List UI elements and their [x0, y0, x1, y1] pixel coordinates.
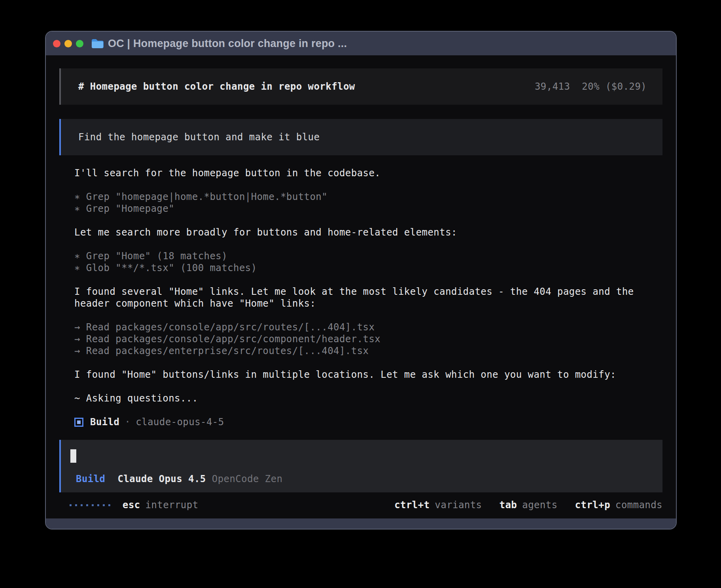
spinner-dot: [97, 504, 99, 506]
user-message: Find the homepage button and make it blu…: [59, 119, 662, 155]
spinner-dot: [81, 504, 83, 506]
agent-name: Build: [90, 416, 120, 428]
editor-model-label[interactable]: Claude Opus 4.5: [118, 473, 206, 484]
tool-call-line: → Read packages/console/app/src/componen…: [74, 333, 662, 345]
spinner-dot: [103, 504, 105, 506]
ctrl-p-key-hint: ctrl+p: [575, 499, 610, 511]
agents-label: agents: [522, 499, 557, 511]
agent-model: claude-opus-4-5: [136, 416, 224, 428]
token-count: 39,413: [535, 81, 570, 92]
variants-shortcut: ctrl+t variants: [394, 499, 482, 511]
tool-call-line: ∗ Grep "Homepage": [74, 203, 662, 215]
folder-icon: [91, 39, 104, 49]
assistant-text-line: ~ Asking questions...: [74, 392, 662, 404]
ctrl-t-key-hint: ctrl+t: [394, 499, 430, 511]
status-bar-left: esc interrupt: [70, 499, 198, 511]
transcript: I'll search for the homepage button in t…: [59, 167, 662, 428]
agent-separator: ·: [125, 416, 131, 428]
editor-agent-label[interactable]: Build: [76, 473, 106, 484]
minimize-button[interactable]: [64, 40, 72, 47]
assistant-text-block: Let me search more broadly for buttons a…: [74, 226, 662, 238]
tool-call-line: ∗ Grep "homepage|home.*button|Home.*butt…: [74, 191, 662, 203]
spinner-dots: [70, 504, 110, 506]
session-header: # Homepage button color change in repo w…: [59, 68, 662, 105]
assistant-text-block: I'll search for the homepage button in t…: [74, 167, 662, 179]
esc-key-hint: esc: [123, 499, 140, 511]
editor-footer: Build Claude Opus 4.5 OpenCode Zen: [76, 473, 645, 484]
spinner-dot: [70, 504, 72, 506]
assistant-text-block: I found "Home" buttons/links in multiple…: [74, 369, 662, 381]
session-stats: 39,413 20% ($0.29): [535, 81, 647, 92]
spinner-dot: [75, 504, 77, 506]
agents-shortcut: tab agents: [499, 499, 557, 511]
prompt-input[interactable]: Build Claude Opus 4.5 OpenCode Zen: [59, 440, 662, 492]
tool-call-block: ∗ Grep "homepage|home.*button|Home.*butt…: [74, 191, 662, 215]
interrupt-label: interrupt: [145, 499, 198, 511]
agent-status-row: Build · claude-opus-4-5: [74, 416, 662, 428]
zoom-button[interactable]: [76, 40, 83, 47]
tool-call-block: ∗ Grep "Home" (18 matches)∗ Glob "**/*.t…: [74, 250, 662, 274]
tool-call-line: ∗ Grep "Home" (18 matches): [74, 250, 662, 262]
session-title: # Homepage button color change in repo w…: [78, 81, 355, 92]
tab-key-hint: tab: [499, 499, 517, 511]
assistant-text-line: Let me search more broadly for buttons a…: [74, 226, 662, 238]
agent-build-icon: [74, 418, 83, 427]
assistant-text-block: ~ Asking questions...: [74, 392, 662, 404]
assistant-text-line: I found several "Home" links. Let me loo…: [74, 286, 662, 309]
terminal-window: OC | Homepage button color change in rep…: [45, 31, 677, 530]
traffic-lights: [53, 40, 83, 47]
tool-call-block: → Read packages/console/app/src/routes/[…: [74, 321, 662, 357]
terminal-content: # Homepage button color change in repo w…: [46, 55, 676, 518]
tool-call-line: ∗ Glob "**/*.tsx" (100 matches): [74, 262, 662, 274]
variants-label: variants: [435, 499, 482, 511]
assistant-text-line: I'll search for the homepage button in t…: [74, 167, 662, 179]
spinner-dot: [86, 504, 88, 506]
text-cursor: [70, 449, 76, 463]
tool-call-line: → Read packages/enterprise/src/routes/[.…: [74, 345, 662, 357]
tool-call-line: → Read packages/console/app/src/routes/[…: [74, 321, 662, 333]
window-bottom-chrome: [46, 518, 676, 529]
title-bar[interactable]: OC | Homepage button color change in rep…: [46, 32, 676, 55]
close-button[interactable]: [53, 40, 60, 47]
context-cost: 20% ($0.29): [582, 81, 647, 92]
commands-label: commands: [615, 499, 662, 511]
assistant-text-line: I found "Home" buttons/links in multiple…: [74, 369, 662, 381]
spinner-dot: [108, 504, 110, 506]
status-bar: esc interrupt ctrl+t variants tab agents…: [59, 499, 662, 511]
user-message-text: Find the homepage button and make it blu…: [78, 132, 320, 143]
status-bar-right: ctrl+t variants tab agents ctrl+p comman…: [377, 499, 662, 511]
window-title: OC | Homepage button color change in rep…: [108, 38, 347, 50]
editor-provider-label: OpenCode Zen: [212, 473, 283, 484]
assistant-text-block: I found several "Home" links. Let me loo…: [74, 286, 662, 309]
spinner-dot: [92, 504, 94, 506]
commands-shortcut: ctrl+p commands: [575, 499, 662, 511]
